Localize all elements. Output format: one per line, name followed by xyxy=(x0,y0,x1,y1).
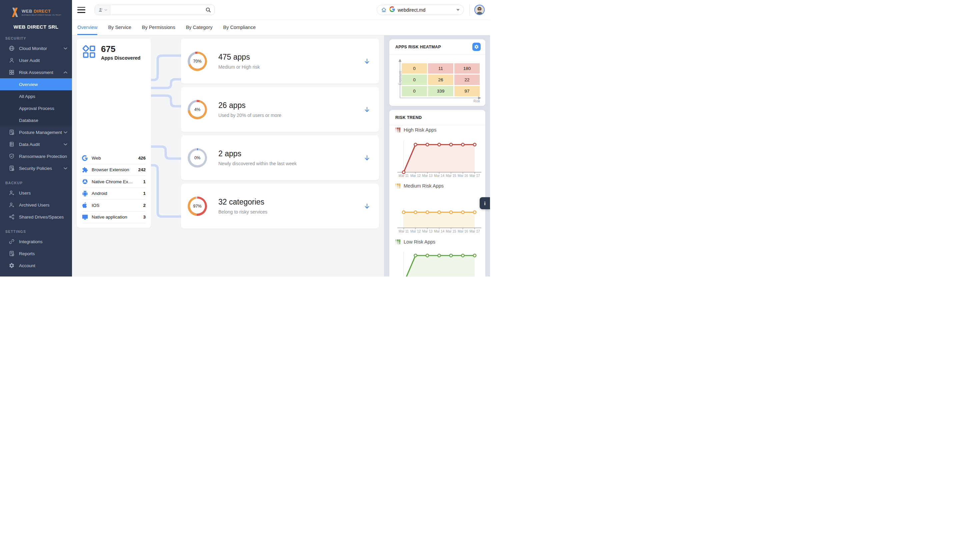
user-avatar[interactable] xyxy=(474,5,485,15)
brand-logo-icon xyxy=(11,7,19,17)
heatmap-cell-r2c3[interactable]: 22 xyxy=(454,75,480,85)
chevron-down-icon xyxy=(64,131,67,133)
legend-high-risk-apps: High Risk Apps xyxy=(395,127,436,133)
search-icon[interactable] xyxy=(205,7,211,13)
app-root: WEB DIRECT BUSINESS RELATIONSHIP BASED O… xyxy=(0,0,490,276)
heatmap-cell-r3c2[interactable]: 339 xyxy=(428,86,453,96)
info-icon: i xyxy=(484,200,485,206)
apps-discovered-label: Apps Discovered xyxy=(101,55,140,60)
trend-chart-medium-risk-apps: Mar 11Mar 12Mar 13Mar 14Mar 15Mar 16Mar … xyxy=(395,204,484,239)
search-input[interactable] xyxy=(110,5,205,15)
user-icon xyxy=(9,57,15,63)
stat-card-1: 70% 475 apps Medium or High risk xyxy=(181,39,379,84)
sidebar-item-data-audit[interactable]: Data Audit xyxy=(0,138,72,150)
sidebar-item-security-policies[interactable]: Security Policies xyxy=(0,162,72,174)
search-box xyxy=(95,5,215,15)
share-icon xyxy=(9,214,15,220)
sidebar-subitem-approval-process[interactable]: Approval Process xyxy=(0,102,72,114)
chevron-down-icon xyxy=(64,167,67,170)
svg-text:Mar 16: Mar 16 xyxy=(458,229,468,233)
stat-title: 2 apps xyxy=(218,149,297,158)
breakdown-row-browser-extension[interactable]: Browser Extension 242 xyxy=(82,164,146,176)
heatmap-cell-r1c3[interactable]: 180 xyxy=(454,63,480,74)
section-label: SETTINGS xyxy=(0,229,72,234)
heatmap-settings-button[interactable] xyxy=(473,43,480,51)
chevron-down-icon xyxy=(64,47,67,50)
info-tab[interactable]: i xyxy=(480,197,490,209)
breakdown-row-android[interactable]: Android 1 xyxy=(82,188,146,200)
sidebar-item-account[interactable]: Account xyxy=(0,259,72,272)
org-name: WEB DIRECT SRL xyxy=(0,24,72,30)
sidebar-item-reports[interactable]: Reports xyxy=(0,248,72,259)
sidebar-item-user-audit[interactable]: User Audit xyxy=(0,54,72,66)
heatmap-cell-r1c1[interactable]: 0 xyxy=(402,63,427,74)
breakdown-row-web[interactable]: Web 426 xyxy=(82,152,146,164)
sidebar-item-cloud-monitor[interactable]: Cloud Monitor xyxy=(0,42,72,54)
sidebar-item-posture-management[interactable]: Posture Management xyxy=(0,126,72,138)
ring-percent: 4% xyxy=(188,100,207,119)
svg-text:Mar 14: Mar 14 xyxy=(434,229,445,233)
drilldown-arrow-icon[interactable] xyxy=(364,154,370,161)
stat-subtitle: Medium or High risk xyxy=(218,64,260,70)
trend-chart-high-risk-apps: Mar 11Mar 12Mar 13Mar 14Mar 15Mar 16Mar … xyxy=(395,137,484,183)
risk-grid-icon xyxy=(395,240,400,245)
heatmap-cell-r1c2[interactable]: 11 xyxy=(428,63,453,74)
apple-icon xyxy=(82,202,88,208)
apps-risk-heatmap-card: APPS RISK HEATMAP Exposure xyxy=(389,39,485,106)
apps-grid-icon xyxy=(82,44,96,59)
account-selector[interactable]: webdirect.md xyxy=(377,5,464,15)
legend-low-risk-apps: Low Risk Apps xyxy=(395,239,435,245)
account-domain: webdirect.md xyxy=(398,7,425,13)
sidebar-item-ransomware-protection[interactable]: Ransomware Protection xyxy=(0,150,72,162)
sidebar-subitem-overview[interactable]: Overview xyxy=(0,78,72,90)
grid-icon xyxy=(9,69,15,75)
content: 675 Apps Discovered Web 426 Browser Exte… xyxy=(72,35,490,276)
sidebar-item-archived-users[interactable]: Archived Users xyxy=(0,199,72,211)
brand-name: WEB DIRECT xyxy=(22,9,61,14)
svg-text:Mar 14: Mar 14 xyxy=(434,174,445,178)
sidebar-item-users[interactable]: Users xyxy=(0,187,72,199)
ring-percent: 97% xyxy=(188,197,207,216)
svg-text:Mar 12: Mar 12 xyxy=(410,229,421,233)
avatar-photo xyxy=(475,6,484,14)
heatmap-y-axis-label: Exposure xyxy=(398,68,402,88)
breakdown-row-native-chrome-ex-[interactable]: Native Chrome Ex… 1 xyxy=(82,176,146,188)
search-scope-dropdown[interactable] xyxy=(95,5,110,15)
shield-icon xyxy=(9,153,15,159)
sidebar-item-integrations[interactable]: Integrations xyxy=(0,235,72,248)
section-label: BACKUP xyxy=(0,181,72,185)
risk-trend-title: RISK TREND xyxy=(395,115,422,120)
brand-logo: WEB DIRECT BUSINESS RELATIONSHIP BASED O… xyxy=(0,7,72,17)
svg-text:Mar 11: Mar 11 xyxy=(399,229,409,233)
sidebar-item-shared-drives-spaces[interactable]: Shared Drives/Spaces xyxy=(0,211,72,223)
breakdown-row-ios[interactable]: IOS 2 xyxy=(82,200,146,211)
sidebar-item-risk-assessment[interactable]: Risk Assessment xyxy=(0,66,72,78)
breakdown-row-native-application[interactable]: Native application 3 xyxy=(82,211,146,224)
tab-by-compliance[interactable]: By Compliance xyxy=(223,20,256,35)
topbar-divider xyxy=(469,4,470,16)
heatmap-cell-r2c1[interactable]: 0 xyxy=(402,75,427,85)
link-icon xyxy=(9,238,15,245)
chevron-down-icon xyxy=(64,143,67,146)
svg-text:Mar 13: Mar 13 xyxy=(422,174,433,178)
tab-by-permissions[interactable]: By Permissions xyxy=(142,20,175,35)
donut-ring: 97% xyxy=(188,197,207,216)
stat-subtitle: Belong to risky services xyxy=(218,209,267,215)
tab-overview[interactable]: Overview xyxy=(77,20,97,35)
submenu-risk-assessment: OverviewAll AppsApproval ProcessDatabase xyxy=(0,78,72,126)
heatmap-cell-r2c2[interactable]: 26 xyxy=(428,75,453,85)
tab-by-category[interactable]: By Category xyxy=(186,20,213,35)
menu-toggle-button[interactable] xyxy=(77,7,85,13)
sidebar-subitem-database[interactable]: Database xyxy=(0,114,72,126)
heatmap-x-axis-label: Risk xyxy=(474,99,480,103)
tab-by-service[interactable]: By Service xyxy=(108,20,131,35)
heatmap-cell-r3c1[interactable]: 0 xyxy=(402,86,427,96)
risk-trend-card: RISK TREND High Risk Apps Mar 11Mar 12Ma… xyxy=(389,110,485,276)
drilldown-arrow-icon[interactable] xyxy=(364,106,370,113)
heatmap-cell-r3c3[interactable]: 97 xyxy=(454,86,480,96)
legend-medium-risk-apps: Medium Risk Apps xyxy=(395,183,444,189)
android-icon xyxy=(82,191,88,197)
sidebar-subitem-all-apps[interactable]: All Apps xyxy=(0,90,72,102)
drilldown-arrow-icon[interactable] xyxy=(364,58,370,65)
drilldown-arrow-icon[interactable] xyxy=(364,203,370,210)
